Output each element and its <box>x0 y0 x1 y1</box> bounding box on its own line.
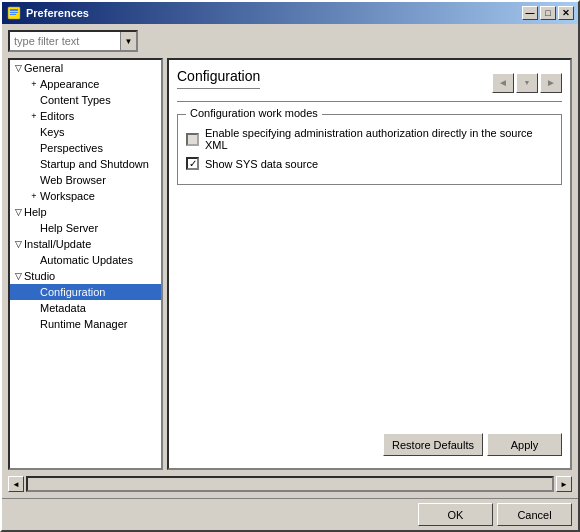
title-bar: Preferences — □ ✕ <box>2 2 578 24</box>
tree-item-web-browser[interactable]: Web Browser <box>10 172 161 188</box>
tree-item-general[interactable]: ▽ General <box>10 60 161 76</box>
tree-label-configuration: Configuration <box>40 286 105 298</box>
tree-item-perspectives[interactable]: Perspectives <box>10 140 161 156</box>
checkbox-label-sys-datasource: Show SYS data source <box>205 158 318 170</box>
tree-label-help-server: Help Server <box>40 222 98 234</box>
restore-defaults-button[interactable]: Restore Defaults <box>383 433 483 456</box>
content-header: Configuration ◄ ▼ ► <box>177 68 562 102</box>
tree-item-help-server[interactable]: Help Server <box>10 220 161 236</box>
tree-label-editors: Editors <box>40 110 74 122</box>
scroll-row: ◄ ► <box>8 476 572 492</box>
tree-label-perspectives: Perspectives <box>40 142 103 154</box>
tree-item-content-types[interactable]: Content Types <box>10 92 161 108</box>
expand-icon-install: ▽ <box>12 238 24 250</box>
forward-button[interactable]: ► <box>540 73 562 93</box>
tree-label-workspace: Workspace <box>40 190 95 202</box>
search-dropdown-button[interactable]: ▼ <box>120 32 136 50</box>
expand-icon-editors: + <box>28 110 40 122</box>
tree-label-runtime-manager: Runtime Manager <box>40 318 127 330</box>
preferences-window: Preferences — □ ✕ ▼ ▽ General <box>0 0 580 532</box>
tree-item-install-update[interactable]: ▽ Install/Update <box>10 236 161 252</box>
tree-item-automatic-updates[interactable]: Automatic Updates <box>10 252 161 268</box>
tree-item-metadata[interactable]: Metadata <box>10 300 161 316</box>
content-spacer <box>177 185 562 429</box>
tree-item-studio[interactable]: ▽ Studio <box>10 268 161 284</box>
svg-rect-3 <box>10 14 16 15</box>
scroll-left-button[interactable]: ◄ <box>8 476 24 492</box>
tree-item-startup[interactable]: Startup and Shutdown <box>10 156 161 172</box>
main-area: ▽ General + Appearance Content Types <box>8 58 572 470</box>
content-title: Configuration <box>177 68 260 89</box>
search-container: ▼ <box>8 30 138 52</box>
tree-label-metadata: Metadata <box>40 302 86 314</box>
tree-label-install-update: Install/Update <box>24 238 91 250</box>
content-panel: Configuration ◄ ▼ ► <box>167 58 572 470</box>
svg-rect-2 <box>10 12 18 13</box>
maximize-button[interactable]: □ <box>540 6 556 20</box>
back-dropdown-button[interactable]: ▼ <box>516 73 538 93</box>
window-icon <box>6 5 22 21</box>
tree-label-automatic-updates: Automatic Updates <box>40 254 133 266</box>
svg-rect-1 <box>10 9 18 11</box>
checkbox-sys-datasource[interactable] <box>186 157 199 170</box>
back-arrow-icon: ◄ <box>498 77 508 88</box>
expand-icon-workspace: + <box>28 190 40 202</box>
navigation-buttons: ◄ ▼ ► <box>492 73 562 93</box>
tree-label-keys: Keys <box>40 126 64 138</box>
tree-item-editors[interactable]: + Editors <box>10 108 161 124</box>
tree-item-help[interactable]: ▽ Help <box>10 204 161 220</box>
checkbox-row-admin-auth: Enable specifying administration authori… <box>186 127 553 151</box>
search-input[interactable] <box>10 35 120 47</box>
window-body: ▼ ▽ General + Appearance <box>2 24 578 498</box>
tree-label-content-types: Content Types <box>40 94 111 106</box>
tree-label-appearance: Appearance <box>40 78 99 90</box>
panel-bottom-buttons: Restore Defaults Apply <box>177 429 562 460</box>
group-box-title: Configuration work modes <box>186 107 322 119</box>
tree-item-keys[interactable]: Keys <box>10 124 161 140</box>
forward-arrow-icon: ► <box>546 77 556 88</box>
tree-label-general: General <box>24 62 63 74</box>
window-title: Preferences <box>26 7 522 19</box>
checkbox-admin-auth[interactable] <box>186 133 199 146</box>
config-work-modes-group: Configuration work modes Enable specifyi… <box>177 114 562 185</box>
checkbox-label-admin-auth: Enable specifying administration authori… <box>205 127 553 151</box>
tree-panel: ▽ General + Appearance Content Types <box>8 58 163 470</box>
minimize-button[interactable]: — <box>522 6 538 20</box>
window-controls: — □ ✕ <box>522 6 574 20</box>
expand-icon-appearance: + <box>28 78 40 90</box>
cancel-button[interactable]: Cancel <box>497 503 572 526</box>
horizontal-scrollbar[interactable] <box>26 476 554 492</box>
close-button[interactable]: ✕ <box>558 6 574 20</box>
checkbox-row-sys-datasource: Show SYS data source <box>186 157 553 170</box>
tree-item-configuration[interactable]: Configuration <box>10 284 161 300</box>
search-row: ▼ <box>8 30 572 52</box>
scroll-right-button[interactable]: ► <box>556 476 572 492</box>
tree-label-web-browser: Web Browser <box>40 174 106 186</box>
tree-label-studio: Studio <box>24 270 55 282</box>
expand-icon-help: ▽ <box>12 206 24 218</box>
back-button[interactable]: ◄ <box>492 73 514 93</box>
tree-item-appearance[interactable]: + Appearance <box>10 76 161 92</box>
tree-item-runtime-manager[interactable]: Runtime Manager <box>10 316 161 332</box>
action-buttons-right: Restore Defaults Apply <box>383 433 562 456</box>
outer-bottom-buttons: OK Cancel <box>2 499 578 530</box>
expand-icon-studio: ▽ <box>12 270 24 282</box>
ok-button[interactable]: OK <box>418 503 493 526</box>
tree-label-startup: Startup and Shutdown <box>40 158 149 170</box>
expand-icon-general: ▽ <box>12 62 24 74</box>
tree-item-workspace[interactable]: + Workspace <box>10 188 161 204</box>
back-dropdown-icon: ▼ <box>524 79 531 86</box>
apply-button[interactable]: Apply <box>487 433 562 456</box>
tree-label-help: Help <box>24 206 47 218</box>
